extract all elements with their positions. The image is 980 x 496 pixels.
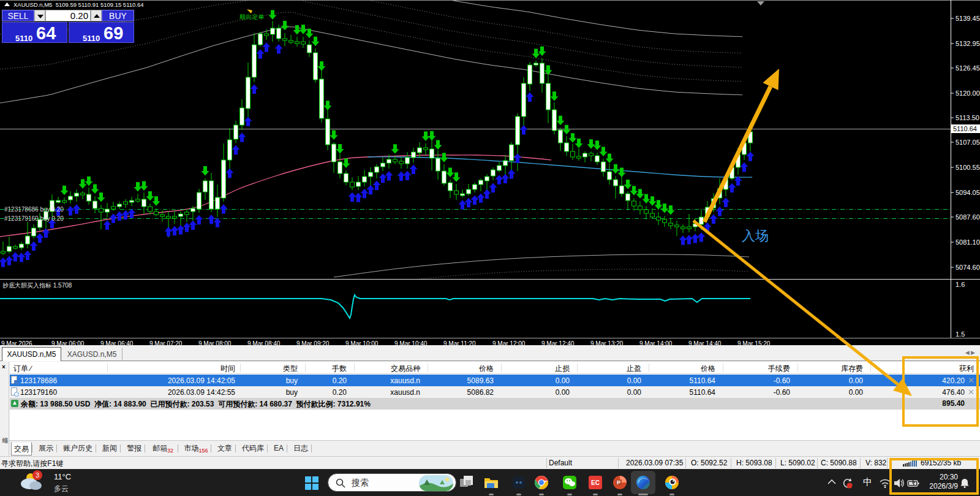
svg-text:5120.00: 5120.00 <box>956 90 980 97</box>
svg-text:5107.05: 5107.05 <box>956 139 980 146</box>
svg-text:5132.95: 5132.95 <box>956 40 980 47</box>
svg-text:抄底大胆买入指标 1.5708: 抄底大胆买入指标 1.5708 <box>2 282 72 289</box>
svg-text:5139.45: 5139.45 <box>956 15 980 22</box>
svg-text:P: P <box>617 479 620 486</box>
svg-text:多云: 多云 <box>54 484 69 493</box>
svg-text:5113.50: 5113.50 <box>956 114 979 121</box>
svg-text:5074.60: 5074.60 <box>956 264 980 271</box>
svg-text:XAUUSD.n,M5 5109.59 5110.91 5: XAUUSD.n,M5 5109.59 5110.91 5109.15 5110… <box>13 1 144 8</box>
svg-text:顺向定单: 顺向定单 <box>239 13 265 20</box>
svg-text:1.5: 1.5 <box>956 330 965 338</box>
svg-text:入场: 入场 <box>742 228 769 243</box>
svg-text:5126.45: 5126.45 <box>956 64 980 72</box>
svg-text:#123178686 buy 0.20: #123178686 buy 0.20 <box>4 206 64 213</box>
svg-text:EC: EC <box>591 479 600 486</box>
svg-text:5081.10: 5081.10 <box>956 238 980 246</box>
svg-text:3: 3 <box>36 471 39 479</box>
svg-text:11°C: 11°C <box>54 472 71 481</box>
svg-text:5110.64: 5110.64 <box>953 125 977 132</box>
svg-text:5100.55: 5100.55 <box>956 164 980 171</box>
svg-text:#123179160 buy 0.20: #123179160 buy 0.20 <box>4 215 64 222</box>
svg-text:5087.60: 5087.60 <box>956 213 980 221</box>
svg-text:1.6: 1.6 <box>956 281 965 288</box>
svg-text:5094.05: 5094.05 <box>956 189 980 196</box>
